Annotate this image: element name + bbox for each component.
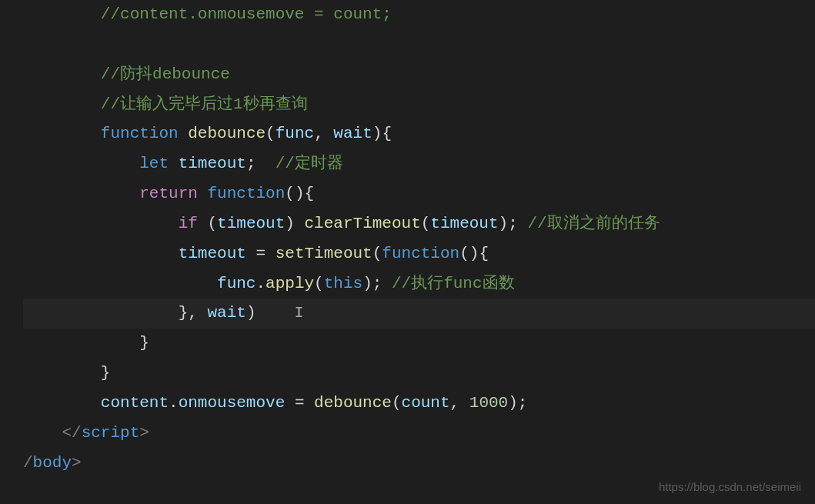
comment: //取消之前的任务 <box>527 215 660 232</box>
code-line: } <box>23 329 815 359</box>
number: 1000 <box>469 394 508 412</box>
keyword: this <box>324 275 362 292</box>
code-line: //让输入完毕后过1秒再查询 <box>23 90 815 120</box>
code-line: </script> <box>23 419 815 449</box>
variable: timeout <box>179 155 246 172</box>
code-line: func.apply(this); //执行func函数 <box>23 269 815 299</box>
variable: timeout <box>179 245 246 262</box>
function-call: setTimeout <box>276 245 372 262</box>
function-call: clearTimeout <box>305 215 421 232</box>
param: func <box>276 125 314 142</box>
html-tag: body <box>33 454 72 472</box>
function-call: apply <box>266 275 314 292</box>
function-call: debounce <box>314 394 392 412</box>
code-line: /body> <box>23 449 815 479</box>
text-cursor-icon: I <box>258 304 304 322</box>
code-line: //防抖debounce <box>23 60 815 90</box>
keyword: function <box>101 125 179 142</box>
keyword: if <box>179 215 198 232</box>
code-line: let timeout; //定时器 <box>23 149 815 179</box>
variable: timeout <box>430 215 498 232</box>
comment: //让输入完毕后过1秒再查询 <box>101 95 308 113</box>
code-line: } <box>23 359 815 389</box>
comment: //content.onmousemove = count; <box>101 5 392 23</box>
keyword: return <box>139 185 198 202</box>
code-line: content.onmousemove = debounce(count, 10… <box>23 389 815 419</box>
code-line: return function(){ <box>23 179 815 209</box>
keyword: function <box>207 185 285 202</box>
variable: count <box>402 394 450 412</box>
code-line: function debounce(func, wait){ <box>23 119 815 149</box>
code-line <box>23 30 815 60</box>
code-line-active: }, wait) I <box>23 299 815 329</box>
variable: onmousemove <box>179 394 286 412</box>
comment: //执行func函数 <box>392 275 515 292</box>
variable: content <box>101 394 169 412</box>
keyword: function <box>382 245 459 262</box>
variable: timeout <box>217 215 285 232</box>
keyword: let <box>139 155 169 172</box>
code-line: //content.onmousemove = count; <box>23 0 815 30</box>
comment: //防抖debounce <box>101 65 230 83</box>
param: wait <box>333 125 372 142</box>
code-editor[interactable]: //content.onmousemove = count; //防抖debou… <box>0 0 815 479</box>
code-line: timeout = setTimeout(function(){ <box>23 239 815 269</box>
comment: //定时器 <box>276 155 343 172</box>
variable: func <box>217 275 256 292</box>
html-tag: script <box>82 424 140 442</box>
code-line: if (timeout) clearTimeout(timeout); //取消… <box>23 209 815 239</box>
function-name: debounce <box>188 125 266 142</box>
variable: wait <box>207 304 246 322</box>
watermark: https://blog.csdn.net/seimeii <box>659 476 801 498</box>
